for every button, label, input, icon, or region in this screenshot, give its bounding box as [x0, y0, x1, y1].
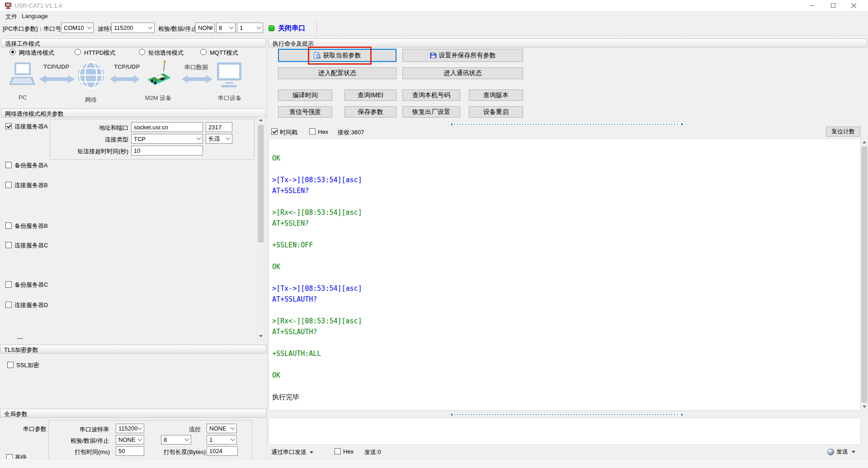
- factory-reset-button[interactable]: 恢复出厂设置: [402, 106, 460, 118]
- g-baud-select[interactable]: 115200: [116, 424, 144, 433]
- backup-server-c-checkbox[interactable]: [5, 281, 12, 288]
- link2-label: TCP/UDP: [114, 63, 140, 70]
- addr-port-label: 地址和端口: [81, 124, 128, 132]
- server-address-input[interactable]: socket.usr.cn: [131, 122, 203, 132]
- g-stopbits-select[interactable]: 1: [207, 435, 237, 444]
- scroll-down-icon[interactable]: [258, 333, 264, 340]
- chevron-down-icon: [310, 451, 313, 454]
- menu-file[interactable]: 文件: [4, 12, 19, 21]
- scroll-up-icon[interactable]: [861, 139, 868, 146]
- terminal-line: >[Rx<-][08:53:54][asc]: [272, 207, 860, 218]
- send-hex-checkbox[interactable]: [335, 448, 341, 454]
- short-conn-timeout-input[interactable]: 10: [131, 146, 203, 156]
- global-params-header: 全局参数: [0, 409, 266, 418]
- menu-language[interactable]: Language: [20, 12, 50, 20]
- m2m-module-icon: [144, 60, 173, 89]
- close-port-button[interactable]: 关闭串口: [269, 22, 305, 34]
- enter-comm-button[interactable]: 进入通讯状态: [402, 67, 523, 79]
- server-d-checkbox[interactable]: [5, 302, 12, 308]
- stopbits-select[interactable]: 1: [237, 23, 263, 33]
- scrollbar-thumb[interactable]: [258, 125, 264, 242]
- send-text-input[interactable]: [269, 418, 861, 445]
- truncated-dash: —: [17, 335, 23, 341]
- terminal-line: >[Tx->][08:53:54][asc]: [272, 175, 860, 185]
- send-button[interactable]: 发送: [827, 447, 855, 457]
- compile-time-button[interactable]: 编译时间: [278, 90, 332, 101]
- terminal-line: >[Tx->][08:53:54][asc]: [272, 283, 860, 294]
- parity-select[interactable]: NONI: [195, 23, 215, 33]
- send-via-serial-dropdown[interactable]: 通过串口发送: [271, 448, 313, 457]
- conn-mode-select[interactable]: 长连: [206, 134, 232, 144]
- radio-sms-passthrough-label: 短信透传模式: [148, 49, 184, 57]
- terminal-scrollbar[interactable]: [861, 138, 868, 411]
- terminal-top-scrollbar[interactable]: [448, 122, 685, 127]
- maximize-button[interactable]: [823, 0, 843, 11]
- terminal-line: [272, 381, 860, 392]
- server-c-checkbox[interactable]: [5, 242, 12, 248]
- set-save-params-button[interactable]: 设置并保存所有参数: [402, 49, 523, 62]
- chevron-down-icon: [138, 425, 142, 430]
- backup-server-a-checkbox[interactable]: [5, 162, 12, 168]
- query-local-number-button[interactable]: 查询本机号码: [402, 90, 460, 101]
- backup-server-b-checkbox[interactable]: [5, 222, 12, 229]
- g-parity-select[interactable]: NONE: [116, 435, 144, 444]
- ssl-label: SSL加密: [16, 361, 39, 369]
- server-port-input[interactable]: 2317: [206, 122, 232, 132]
- server-b-label: 连接服务器B: [14, 181, 48, 189]
- close-button[interactable]: [844, 0, 864, 11]
- scroll-down-icon[interactable]: [861, 403, 868, 410]
- pc-serial-label: [PC串口参数]：串口号: [3, 25, 61, 33]
- radio-httpd-label: HTTPD模式: [84, 49, 115, 57]
- g-flow-select[interactable]: NONE: [207, 424, 237, 433]
- reset-count-button[interactable]: 复位计数: [826, 127, 860, 137]
- conn-type-select[interactable]: TCP: [131, 134, 203, 144]
- radio-httpd[interactable]: [75, 49, 81, 55]
- backup-server-c-label: 备份服务器C: [14, 281, 48, 289]
- recv-hex-label: Hex: [318, 128, 328, 135]
- recv-hex-checkbox[interactable]: [309, 128, 316, 135]
- terminal-output: OK >[Tx->][08:53:54][asc]AT+SSLEN? >[Rx<…: [269, 139, 860, 402]
- query-signal-button[interactable]: 查信号强度: [278, 106, 332, 118]
- chevron-down-icon: [852, 451, 855, 453]
- scroll-left-icon: [450, 123, 453, 126]
- query-imei-button[interactable]: 查询IMEI: [344, 90, 396, 101]
- terminal-line: [272, 359, 860, 370]
- chevron-down-icon: [229, 24, 234, 29]
- scroll-up-icon[interactable]: [258, 117, 264, 123]
- scrollbar-thumb[interactable]: [862, 147, 867, 402]
- g-baud-label: 串口波特率: [63, 425, 109, 434]
- baud-select[interactable]: 115200: [111, 23, 155, 33]
- terminal-line: [272, 251, 860, 261]
- terminal-line: OK: [272, 370, 860, 381]
- pack-len-input[interactable]: 1024: [207, 446, 238, 456]
- terminal-bottom-scrollbar[interactable]: [448, 412, 685, 417]
- pack-time-input[interactable]: 50: [116, 446, 144, 456]
- save-params-button[interactable]: 保存参数: [344, 106, 396, 118]
- g-databits-select[interactable]: 8: [161, 435, 191, 444]
- terminal-line: OK: [272, 261, 860, 272]
- server-a-checkbox[interactable]: [5, 123, 12, 129]
- ssl-checkbox[interactable]: [7, 362, 14, 368]
- serial-params-label: 串口参数: [23, 425, 47, 433]
- server-b-checkbox[interactable]: [5, 182, 12, 188]
- terminal-line: 执行完毕: [272, 392, 860, 402]
- timestamp-checkbox[interactable]: [271, 128, 278, 135]
- device-restart-button[interactable]: 设备重启: [469, 106, 523, 118]
- enter-config-button[interactable]: 进入配置状态: [278, 67, 396, 79]
- terminal-area[interactable]: OK >[Tx->][08:53:54][asc]AT+SSLEN? >[Rx<…: [269, 138, 861, 411]
- terminal-line: AT+SSLEN?: [272, 185, 860, 196]
- left-panel-scrollbar[interactable]: [257, 116, 264, 340]
- com-port-select[interactable]: COM10: [61, 23, 94, 33]
- conn-type-label: 连接类型: [81, 136, 128, 144]
- serial-toolbar: [PC串口参数]：串口号 COM10 波特率 115200 检验/数据/停止 N…: [0, 21, 868, 36]
- databits-select[interactable]: 8: [216, 23, 236, 33]
- query-version-button[interactable]: 查询版本: [469, 90, 523, 101]
- radio-mqtt[interactable]: [200, 49, 207, 55]
- node-serial-label: 串口设备: [217, 94, 242, 102]
- radio-sms-passthrough[interactable]: [139, 49, 145, 55]
- radio-net-passthrough[interactable]: [9, 49, 16, 55]
- app-icon: [5, 2, 12, 9]
- terminal-line: AT+SSLEN?: [272, 218, 860, 229]
- status-bar: [0, 459, 868, 468]
- minimize-button[interactable]: [802, 0, 822, 11]
